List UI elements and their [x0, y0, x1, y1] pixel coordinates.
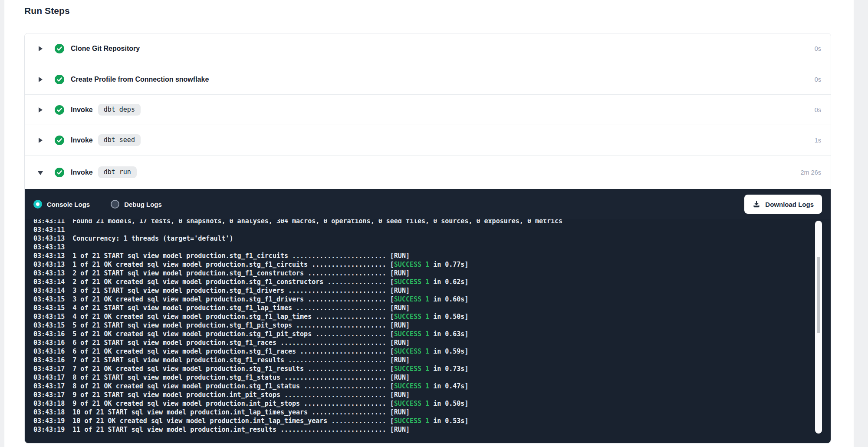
left-page-gutter [0, 0, 4, 447]
step-label: Create Profile from Connection snowflake [71, 76, 209, 83]
log-content: 03:43:11 Found 21 models, 17 tests, 0 sn… [33, 219, 813, 434]
check-circle-icon [55, 136, 64, 145]
log-line: 03:43:17 8 of 21 OK created sql view mod… [33, 382, 813, 391]
step-label: Invoke [71, 169, 93, 176]
radio-console-logs[interactable]: Console Logs [33, 200, 90, 209]
success-status: SUCCESS 1 [394, 261, 429, 268]
log-line: 03:43:13 2 of 21 START sql view model pr… [33, 269, 813, 278]
step-command-chip: dbt run [98, 166, 137, 178]
step-row[interactable]: Clone Git Repository 0s [25, 33, 831, 64]
log-scrollbar-track[interactable] [815, 221, 822, 434]
step-label: Clone Git Repository [71, 45, 140, 53]
download-logs-label: Download Logs [765, 201, 814, 208]
page-title: Run Steps [24, 6, 70, 16]
log-line: 03:43:11 Found 21 models, 17 tests, 0 sn… [33, 219, 813, 225]
step-row[interactable]: Invoke dbt seed 1s [25, 125, 831, 155]
success-status: SUCCESS 1 [394, 330, 429, 338]
download-logs-button[interactable]: Download Logs [744, 195, 822, 214]
download-icon [753, 200, 760, 208]
console-panel: Console Logs Debug Logs Download Logs 03… [25, 189, 831, 443]
success-status: SUCCESS 1 [394, 382, 429, 390]
check-circle-icon [55, 75, 64, 84]
radio-console-logs-label: Console Logs [47, 201, 90, 208]
run-steps-card: Clone Git Repository 0s Create Profile f… [24, 33, 831, 444]
success-status: SUCCESS 1 [394, 365, 429, 373]
steps-list: Clone Git Repository 0s Create Profile f… [25, 33, 831, 189]
log-line: 03:43:15 4 of 21 START sql view model pr… [33, 304, 813, 312]
chevron-right-icon[interactable] [38, 46, 44, 52]
log-line: 03:43:16 6 of 21 START sql view model pr… [33, 338, 813, 347]
step-duration: 2m 26s [800, 169, 821, 176]
chevron-right-icon[interactable] [38, 137, 44, 143]
page: Run Steps Clone Git Repository 0s Create… [0, 0, 868, 447]
log-line: 03:43:13 [33, 243, 813, 252]
log-line: 03:43:15 3 of 21 OK created sql view mod… [33, 295, 813, 304]
success-status: SUCCESS 1 [394, 313, 429, 321]
log-line: 03:43:17 9 of 21 START sql view model pr… [33, 391, 813, 399]
log-line: 03:43:19 10 of 21 OK created sql view mo… [33, 417, 813, 425]
log-line: 03:43:14 3 of 21 START sql view model pr… [33, 286, 813, 295]
right-page-gutter [854, 0, 868, 447]
success-status: SUCCESS 1 [394, 400, 429, 407]
log-line: 03:43:17 8 of 21 START sql view model pr… [33, 373, 813, 382]
success-status: SUCCESS 1 [394, 417, 429, 425]
radio-debug-logs[interactable]: Debug Logs [111, 200, 162, 209]
step-row[interactable]: Create Profile from Connection snowflake… [25, 64, 831, 94]
check-circle-icon [55, 44, 64, 53]
step-row[interactable]: Invoke dbt deps 0s [25, 94, 831, 125]
log-line: 03:43:16 5 of 21 OK created sql view mod… [33, 330, 813, 338]
chevron-right-icon[interactable] [38, 107, 44, 113]
step-duration: 1s [815, 137, 821, 144]
radio-debug-logs-label: Debug Logs [124, 201, 162, 208]
log-line: 03:43:11 [33, 225, 813, 234]
step-command-chip: dbt deps [98, 104, 141, 116]
log-viewport[interactable]: 03:43:11 Found 21 models, 17 tests, 0 sn… [33, 219, 813, 440]
radio-unselected-icon[interactable] [111, 200, 119, 209]
log-line: 03:43:19 11 of 21 START sql view model p… [33, 425, 813, 434]
console-topbar: Console Logs Debug Logs Download Logs [25, 189, 831, 219]
log-line: 03:43:14 2 of 21 OK created sql view mod… [33, 278, 813, 286]
step-duration: 0s [815, 45, 821, 52]
success-status: SUCCESS 1 [394, 348, 429, 355]
step-row[interactable]: Invoke dbt run 2m 26s [25, 155, 831, 189]
log-line: 03:43:15 4 of 21 OK created sql view mod… [33, 312, 813, 321]
success-status: SUCCESS 1 [394, 278, 429, 286]
step-command-chip: dbt seed [98, 134, 141, 146]
step-label: Invoke [71, 106, 93, 114]
log-line: 03:43:17 7 of 21 OK created sql view mod… [33, 364, 813, 373]
step-duration: 0s [815, 76, 821, 83]
check-circle-icon [55, 105, 64, 115]
chevron-down-icon[interactable] [38, 169, 44, 175]
log-line: 03:43:13 Concurrency: 1 threads (target=… [33, 234, 813, 243]
log-line: 03:43:13 1 of 21 START sql view model pr… [33, 252, 813, 260]
log-line: 03:43:16 6 of 21 OK created sql view mod… [33, 347, 813, 356]
log-line: 03:43:18 10 of 21 START sql view model p… [33, 408, 813, 417]
radio-selected-icon[interactable] [33, 200, 42, 209]
log-line: 03:43:16 7 of 21 START sql view model pr… [33, 356, 813, 364]
log-line: 03:43:15 5 of 21 START sql view model pr… [33, 321, 813, 330]
step-label: Invoke [71, 136, 93, 144]
chevron-right-icon[interactable] [38, 76, 44, 83]
log-line: 03:43:13 1 of 21 OK created sql view mod… [33, 260, 813, 269]
success-status: SUCCESS 1 [394, 295, 429, 303]
log-line: 03:43:18 9 of 21 OK created sql view mod… [33, 399, 813, 408]
check-circle-icon [55, 168, 64, 177]
step-duration: 0s [815, 106, 821, 113]
log-scrollbar-thumb[interactable] [817, 257, 820, 333]
